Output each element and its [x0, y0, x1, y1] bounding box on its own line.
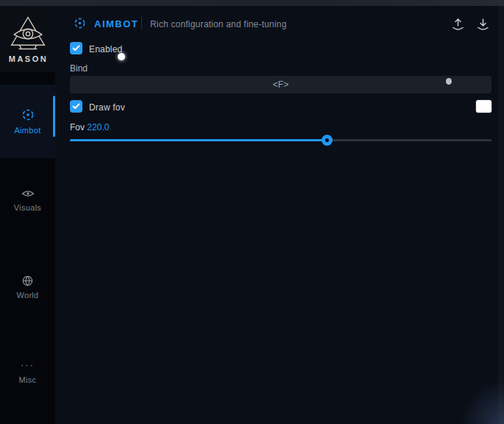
ellipsis-icon: ··· — [21, 362, 35, 371]
sidebar-item-label: Misc — [19, 375, 37, 384]
bind-label: Bind — [70, 63, 88, 74]
fov-value: 220.0 — [87, 122, 109, 132]
fov-slider-fill — [70, 139, 327, 141]
sidebar-item-label: World — [16, 291, 38, 300]
main-panel: AIMBOT Rich configuration and fine-tunin… — [55, 6, 498, 424]
eye-icon — [21, 188, 35, 199]
fov-label-text: Fov — [70, 122, 85, 132]
check-icon — [72, 103, 80, 110]
check-icon — [72, 45, 80, 52]
page-title: AIMBOT — [94, 18, 138, 29]
fov-color-swatch[interactable] — [476, 100, 491, 113]
globe-icon — [22, 275, 33, 286]
brand-name: MASON — [9, 54, 48, 63]
bind-input[interactable] — [70, 76, 491, 93]
page-subtitle: Rich configuration and fine-tuning — [150, 19, 287, 29]
brand-logo-block: MASON — [0, 6, 55, 72]
crosshair-icon — [21, 108, 35, 121]
small-dot-indicator — [446, 78, 452, 85]
enabled-checkbox[interactable] — [70, 42, 82, 54]
sidebar-item-visuals[interactable]: Visuals — [0, 188, 55, 227]
sidebar-item-label: Visuals — [14, 203, 41, 212]
app-window: MASON Aimbot Visuals — [0, 0, 504, 424]
enabled-label: Enabled — [89, 44, 122, 54]
header-divider — [141, 15, 142, 30]
window-top-strip — [0, 0, 504, 6]
mouse-cursor-dot — [118, 53, 125, 60]
corner-glow — [460, 380, 504, 424]
sidebar-item-world[interactable]: World — [0, 275, 55, 314]
download-icon — [477, 18, 489, 32]
fov-slider[interactable] — [70, 134, 491, 146]
export-config-button[interactable] — [449, 15, 466, 33]
upload-icon — [452, 18, 464, 32]
sidebar-item-misc[interactable]: ··· Misc — [0, 362, 55, 400]
import-config-button[interactable] — [474, 15, 491, 33]
fov-label: Fov 220.0 — [70, 122, 109, 132]
sidebar-item-aimbot[interactable]: Aimbot — [0, 85, 55, 158]
draw-fov-checkbox[interactable] — [70, 100, 82, 113]
sidebar: MASON Aimbot Visuals — [0, 6, 55, 424]
fov-slider-thumb[interactable] — [322, 135, 333, 146]
pyramid-eye-icon — [8, 15, 48, 52]
sidebar-item-label: Aimbot — [14, 126, 40, 135]
crosshair-icon — [74, 17, 86, 29]
draw-fov-label: Draw fov — [89, 102, 125, 113]
window-right-strip — [498, 6, 504, 424]
